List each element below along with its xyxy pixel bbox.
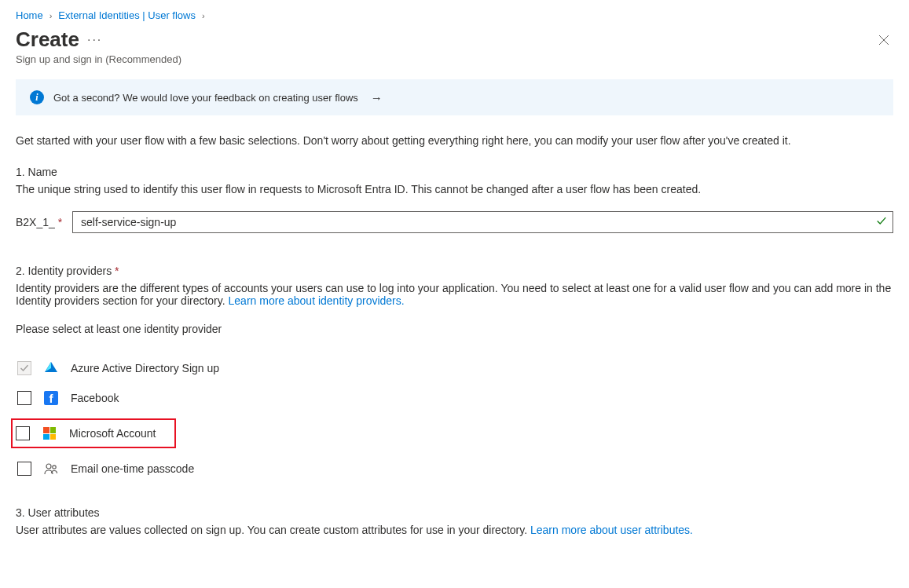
section-idp-desc: Identity providers are the different typ… <box>16 282 893 307</box>
facebook-icon: f <box>44 391 58 405</box>
email-otp-icon <box>44 462 58 476</box>
checkbox-aad <box>17 361 31 375</box>
feedback-text: Got a second? We would love your feedbac… <box>53 92 358 104</box>
chevron-right-icon: › <box>49 11 53 20</box>
more-options-icon[interactable]: ··· <box>87 33 102 47</box>
checkmark-icon <box>876 216 887 229</box>
checkbox-microsoft-account[interactable] <box>16 426 30 440</box>
learn-more-attributes-link[interactable]: Learn more about user attributes. <box>530 524 693 536</box>
section-attributes-title: 3. User attributes <box>16 506 893 519</box>
required-asterisk: * <box>115 265 119 277</box>
name-input[interactable] <box>72 211 893 233</box>
idp-item-email-otp: Email one-time passcode <box>16 459 893 478</box>
idp-label: Email one-time passcode <box>71 462 194 475</box>
info-icon: i <box>30 90 44 104</box>
breadcrumb-external-identities[interactable]: External Identities | User flows <box>58 9 196 21</box>
breadcrumb: Home › External Identities | User flows … <box>16 9 893 21</box>
section-name-title: 1. Name <box>16 166 893 178</box>
title-row: Create ··· <box>16 27 893 52</box>
close-icon <box>878 34 890 46</box>
page-subtitle: Sign up and sign in (Recommended) <box>16 53 893 65</box>
page-title: Create <box>16 27 79 52</box>
idp-item-microsoft-account: Microsoft Account <box>11 418 176 448</box>
checkbox-email-otp[interactable] <box>17 462 31 476</box>
idp-list: Azure Active Directory Sign up f Faceboo… <box>16 359 893 478</box>
checkbox-facebook[interactable] <box>17 391 31 405</box>
name-prefix: B2X_1_ * <box>16 216 72 228</box>
learn-more-idp-link[interactable]: Learn more about identity providers. <box>229 294 405 307</box>
microsoft-icon <box>42 426 57 440</box>
svg-point-4 <box>46 464 51 469</box>
chevron-right-icon: › <box>202 11 205 20</box>
idp-item-aad: Azure Active Directory Sign up <box>16 359 893 378</box>
idp-label: Azure Active Directory Sign up <box>71 362 219 374</box>
close-button[interactable] <box>874 31 893 49</box>
breadcrumb-home[interactable]: Home <box>16 9 43 21</box>
feedback-banner: i Got a second? We would love your feedb… <box>16 79 893 115</box>
idp-instruction: Please select at least one identity prov… <box>16 323 893 335</box>
idp-item-facebook: f Facebook <box>16 389 893 407</box>
section-idp-title: 2. Identity providers * <box>16 265 893 277</box>
svg-point-5 <box>53 466 56 469</box>
section-name-desc: The unique string used to identify this … <box>16 183 893 195</box>
name-input-row: B2X_1_ * <box>16 211 893 233</box>
azure-ad-icon <box>44 361 58 375</box>
required-asterisk: * <box>58 216 62 228</box>
idp-label: Facebook <box>71 392 119 404</box>
section-attributes-desc: User attributes are values collected on … <box>16 524 893 536</box>
feedback-arrow-link[interactable]: → <box>371 91 383 104</box>
intro-text: Get started with your user flow with a f… <box>16 134 893 147</box>
idp-label: Microsoft Account <box>69 427 156 440</box>
